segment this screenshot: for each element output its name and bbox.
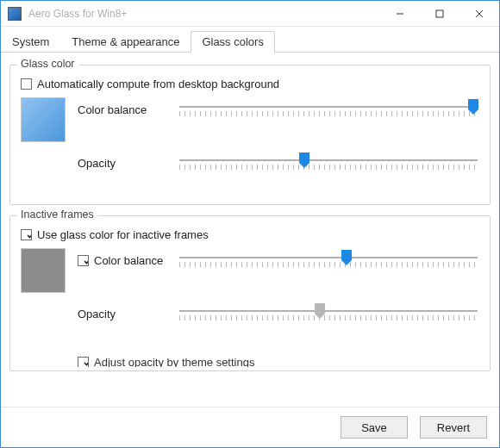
app-icon	[8, 7, 22, 21]
inactive-color-swatch[interactable]	[21, 248, 66, 293]
maximize-button[interactable]	[420, 1, 459, 27]
tabstrip: System Theme & appearance Glass colors	[1, 27, 499, 53]
auto-compute-row[interactable]: Automatically compute from desktop backg…	[21, 78, 479, 90]
inactive-color-balance-label: Color balance	[78, 254, 172, 267]
inactive-opacity-label: Opacity	[78, 308, 172, 320]
inactive-color-balance-row: Color balance	[21, 248, 479, 293]
inactive-opacity-row: Opacity	[21, 302, 479, 346]
glass-opacity-label: Opacity	[78, 157, 172, 170]
revert-button[interactable]: Revert	[420, 416, 487, 439]
tab-system[interactable]: System	[1, 31, 60, 53]
tab-content: Glass color Automatically compute from d…	[1, 53, 499, 407]
adjust-opacity-row[interactable]: Adjust opacity by theme settings	[78, 357, 479, 367]
minimize-icon	[396, 9, 404, 18]
maximize-icon	[435, 9, 444, 18]
group-glass-color-legend: Glass color	[17, 59, 78, 70]
window-title: Aero Glass for Win8+	[28, 8, 380, 20]
svg-marker-7	[315, 303, 325, 319]
svg-marker-6	[341, 250, 352, 265]
svg-marker-5	[299, 152, 309, 168]
footer: Save Revert	[1, 407, 499, 447]
adjust-opacity-checkbox[interactable]	[78, 357, 89, 367]
glass-color-balance-label: Color balance	[78, 103, 172, 116]
svg-marker-4	[468, 99, 478, 115]
slider-track	[179, 106, 478, 108]
glass-color-balance-row: Color balance	[21, 97, 479, 142]
save-button[interactable]: Save	[341, 416, 408, 439]
tab-theme-appearance[interactable]: Theme & appearance	[60, 31, 191, 53]
glass-color-balance-slider[interactable]	[178, 97, 479, 121]
tab-glass-colors[interactable]: Glass colors	[191, 31, 275, 53]
svg-rect-1	[436, 10, 443, 17]
inactive-color-balance-checkbox[interactable]	[78, 255, 89, 266]
group-inactive-frames-legend: Inactive frames	[17, 208, 97, 221]
auto-compute-checkbox[interactable]	[21, 78, 32, 90]
titlebar[interactable]: Aero Glass for Win8+	[1, 1, 499, 27]
slider-thumb[interactable]	[299, 152, 309, 166]
use-glass-row[interactable]: Use glass color for inactive frames	[21, 228, 479, 241]
window-frame: Aero Glass for Win8+ System Theme & appe…	[0, 0, 500, 448]
slider-thumb[interactable]	[315, 303, 325, 317]
inactive-color-balance-slider[interactable]	[178, 248, 479, 272]
close-button[interactable]	[459, 1, 499, 27]
group-inactive-frames: Inactive frames Use glass color for inac…	[9, 215, 491, 371]
inactive-opacity-slider[interactable]	[178, 302, 479, 326]
group-glass-color: Glass color Automatically compute from d…	[9, 65, 491, 205]
slider-ticks	[179, 111, 478, 116]
slider-ticks	[179, 315, 478, 320]
glass-opacity-slider[interactable]	[178, 151, 479, 175]
slider-ticks	[179, 165, 478, 170]
slider-track	[179, 257, 478, 258]
scroll-area[interactable]: Glass color Automatically compute from d…	[9, 59, 491, 400]
adjust-opacity-label: Adjust opacity by theme settings	[94, 357, 254, 367]
slider-thumb[interactable]	[341, 250, 352, 264]
glass-color-swatch[interactable]	[21, 97, 66, 142]
client-area: System Theme & appearance Glass colors G…	[1, 27, 499, 447]
use-glass-checkbox[interactable]	[21, 229, 32, 240]
use-glass-label: Use glass color for inactive frames	[37, 228, 209, 241]
slider-ticks	[179, 262, 478, 267]
inactive-color-balance-text: Color balance	[94, 254, 163, 267]
slider-track	[179, 159, 478, 161]
minimize-button[interactable]	[380, 1, 420, 27]
slider-track	[179, 310, 478, 312]
glass-opacity-row: Opacity	[21, 151, 479, 196]
auto-compute-label: Automatically compute from desktop backg…	[37, 78, 279, 90]
close-icon	[475, 9, 484, 18]
slider-thumb[interactable]	[468, 99, 478, 113]
